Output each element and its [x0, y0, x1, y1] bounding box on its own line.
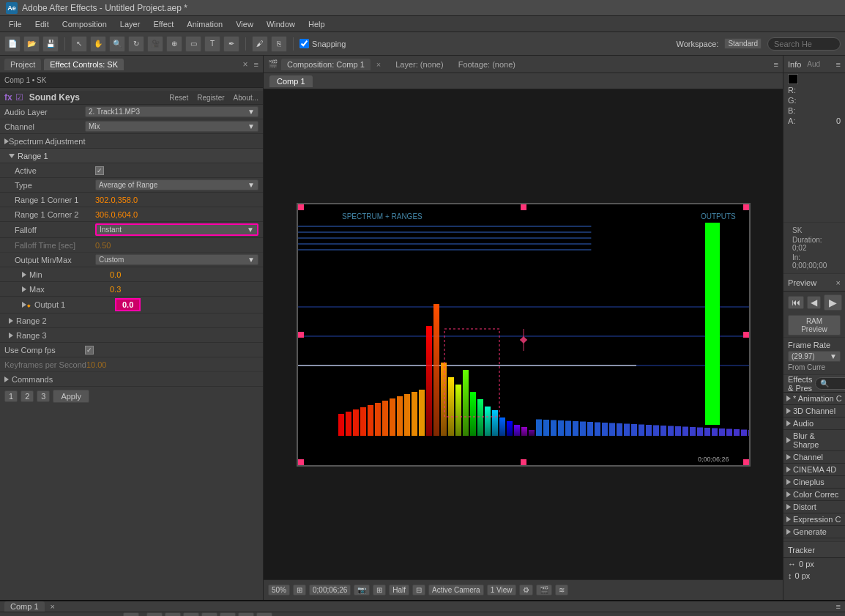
menu-file[interactable]: File — [3, 18, 28, 30]
fit-dropdown[interactable]: ⊞ — [293, 585, 306, 595]
comp-panel-menu[interactable]: ≡ — [774, 60, 778, 69]
comp-close[interactable]: × — [376, 60, 381, 69]
view-dropdown[interactable]: Active Camera — [428, 585, 484, 595]
commands-row[interactable]: Commands — [0, 372, 263, 387]
range2-row[interactable]: Range 2 — [0, 313, 263, 328]
range3-row[interactable]: Range 3 — [0, 328, 263, 343]
active-checkbox[interactable] — [95, 166, 104, 175]
comp-name-tab[interactable]: Comp 1 — [269, 75, 313, 87]
ram-preview-label[interactable]: RAM Preview — [788, 315, 841, 335]
r1c1-value[interactable]: 302.0,358.0 — [95, 196, 138, 204]
tool-clone[interactable]: ⎘ — [271, 36, 287, 52]
tool-rotate[interactable]: ↻ — [128, 36, 144, 52]
quality-dropdown[interactable]: Half — [389, 585, 409, 595]
timecode-display[interactable]: 0;00;06;26 — [309, 585, 351, 595]
type-dropdown[interactable]: Average of Range ▼ — [95, 179, 258, 190]
camera-btn[interactable]: 📷 — [354, 585, 370, 595]
save-btn[interactable]: 💾 — [42, 36, 59, 52]
cmd-btn-1[interactable]: 1 — [4, 390, 18, 402]
frame-rate-dropdown[interactable]: (29.97) ▼ — [788, 351, 841, 362]
tab-effect-controls[interactable]: Effect Controls: SK — [44, 59, 124, 70]
output1-value[interactable]: 0.0 — [115, 298, 141, 311]
tab-project[interactable]: Project — [4, 59, 41, 70]
tool-select[interactable]: ↖ — [71, 36, 87, 52]
tool-text[interactable]: T — [204, 36, 220, 52]
output1-keyframe[interactable]: ⬥ — [26, 300, 31, 309]
cmd-btn-2[interactable]: 2 — [21, 390, 34, 402]
tool-anchor[interactable]: ⊕ — [166, 36, 182, 52]
fx-checkbox[interactable]: ☑ — [15, 92, 23, 103]
effect-cat-expression[interactable]: Expression C — [783, 513, 845, 526]
snapping-checkbox[interactable] — [299, 39, 309, 48]
about-link[interactable]: About... — [234, 94, 258, 102]
register-link[interactable]: Register — [197, 94, 224, 102]
tl-tool-7[interactable]: ⊟ — [256, 612, 272, 616]
workspace-dropdown[interactable]: Standard — [724, 38, 762, 49]
effects-panel[interactable]: Effects & Pres * Animation C 3D Channel … — [783, 374, 845, 541]
open-btn[interactable]: 📂 — [23, 36, 40, 52]
audio-layer-dropdown[interactable]: 2. Track11.MP3 ▼ — [85, 106, 258, 117]
use-comp-fps-checkbox[interactable] — [85, 346, 94, 355]
comp-tab[interactable]: Composition: Comp 1 — [281, 59, 371, 70]
sound-keys-panel[interactable]: fx ☑ Sound Keys Reset Register About... … — [0, 88, 263, 600]
effect-cat-cinema4d[interactable]: CINEMA 4D — [783, 464, 845, 476]
tl-menu[interactable]: ≡ — [836, 602, 841, 611]
effect-cat-animation[interactable]: * Animation C — [783, 393, 845, 405]
falloff-dropdown[interactable]: Instant ▼ — [95, 223, 258, 236]
effect-cat-color[interactable]: Color Correc — [783, 489, 845, 501]
info-tab[interactable]: Info — [788, 60, 801, 69]
info-menu[interactable]: ≡ — [836, 60, 841, 69]
tl-tool-2[interactable]: 🔗 — [165, 612, 181, 616]
effect-cat-distort[interactable]: Distort — [783, 501, 845, 513]
menu-composition[interactable]: Composition — [56, 18, 113, 30]
zoom-dropdown[interactable]: 50% — [268, 585, 290, 595]
reset-link[interactable]: Reset — [169, 94, 188, 102]
max-value[interactable]: 0.3 — [110, 285, 121, 294]
tl-tool-3[interactable]: ⊕ — [183, 612, 199, 616]
prev-play-btn[interactable]: ▶ — [824, 294, 842, 311]
menu-help[interactable]: Help — [302, 18, 331, 30]
keyframes-value[interactable]: 10.00 — [86, 360, 107, 369]
tracker-x-value[interactable]: 0 px — [799, 560, 814, 568]
tool-pen[interactable]: ✒ — [223, 36, 239, 52]
effect-cat-audio[interactable]: Audio — [783, 418, 845, 430]
channel-dropdown[interactable]: Mix ▼ — [85, 121, 258, 132]
menu-layer[interactable]: Layer — [114, 18, 146, 30]
min-value[interactable]: 0.0 — [110, 270, 121, 279]
effect-cat-channel[interactable]: Channel — [783, 451, 845, 464]
tl-tab-close[interactable]: × — [51, 602, 55, 611]
falloff-time-value[interactable]: 0.50 — [95, 241, 111, 250]
spectrum-adjustment-row[interactable]: Spectrum Adjustment — [0, 134, 263, 149]
preview-close[interactable]: × — [836, 278, 841, 287]
tool-hand[interactable]: ✋ — [90, 36, 106, 52]
new-comp-btn[interactable]: 📄 — [4, 36, 21, 52]
tl-tool-1[interactable]: ⚙ — [146, 612, 163, 616]
search-input[interactable] — [767, 37, 841, 51]
tl-tool-5[interactable]: ⊞ — [220, 612, 236, 616]
tl-tool-4[interactable]: ● — [201, 612, 217, 616]
audio-tab[interactable]: Aud — [807, 60, 820, 68]
effect-cat-blur[interactable]: Blur & Sharpe — [783, 430, 845, 451]
apply-btn[interactable]: Apply — [53, 390, 89, 403]
effects-search-input[interactable] — [815, 377, 845, 390]
prev-start-btn[interactable]: ⏮ — [788, 296, 804, 309]
ram-preview-btn[interactable]: RAM Preview — [783, 313, 845, 337]
panel-menu-btn[interactable]: ≡ — [254, 60, 258, 69]
tool-paint[interactable]: 🖌 — [252, 36, 268, 52]
menu-window[interactable]: Window — [261, 18, 301, 30]
menu-edit[interactable]: Edit — [29, 18, 55, 30]
menu-effect[interactable]: Effect — [147, 18, 179, 30]
tl-tool-6[interactable]: ⏱ — [238, 612, 254, 616]
grid-btn[interactable]: ⊞ — [373, 585, 386, 595]
menu-view[interactable]: View — [230, 18, 259, 30]
tool-shape[interactable]: ▭ — [185, 36, 201, 52]
tl-comp-tab[interactable]: Comp 1 — [4, 601, 45, 612]
effect-cat-cineplus[interactable]: Cineplus — [783, 476, 845, 489]
comp-viewer[interactable] — [264, 89, 783, 579]
menu-animation[interactable]: Animation — [181, 18, 228, 30]
view-count-dropdown[interactable]: 1 View — [487, 585, 516, 595]
effect-cat-3d[interactable]: 3D Channel — [783, 405, 845, 418]
r1c2-value[interactable]: 306.0,604.0 — [95, 210, 138, 219]
tl-search-btn[interactable]: 🔍 — [123, 612, 139, 616]
tool-zoom[interactable]: 🔍 — [109, 36, 125, 52]
